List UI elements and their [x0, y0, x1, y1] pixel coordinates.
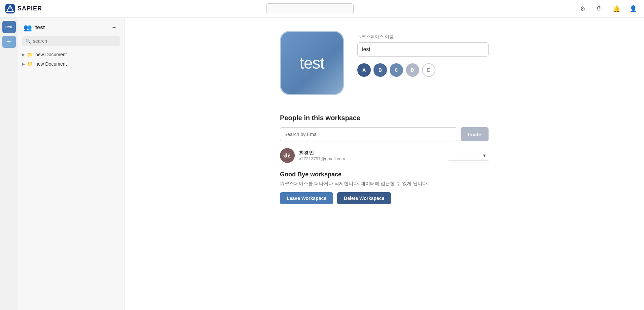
header-search-input[interactable]	[266, 3, 354, 14]
main-content: test 워크스페이스 이름 ABCDE People in this work…	[124, 18, 644, 310]
avatar: 경인	[280, 148, 295, 163]
doc-name: new Document	[35, 61, 114, 67]
history-icon: ⏱	[597, 5, 603, 12]
chevron-down-icon: ▶	[22, 62, 25, 66]
workspace-strip: test +	[0, 18, 18, 310]
user-icon: 👤	[630, 5, 637, 12]
goodbye-description: 워크스페이스를 떠나거나 삭제합니다. 데이터에 접근할 수 없게 됩니다.	[280, 181, 489, 187]
member-avatar-circle[interactable]: A	[357, 63, 371, 77]
sapier-logo-icon	[5, 4, 15, 13]
sidebar-workspace-name: test	[35, 25, 45, 31]
email-search-input[interactable]	[280, 127, 457, 141]
chevron-down-icon: ▾	[483, 152, 486, 159]
workspace-form: 워크스페이스 이름 ABCDE	[357, 31, 489, 77]
doc-name: new Document	[35, 52, 114, 57]
workspace-settings: test 워크스페이스 이름 ABCDE People in this work…	[280, 31, 489, 204]
sidebar-header: 👥 test +	[18, 22, 124, 36]
workspace-top-section: test 워크스페이스 이름 ABCDE	[280, 31, 489, 95]
chevron-down-icon: ▶	[22, 53, 25, 57]
user-profile-button[interactable]: 👤	[628, 3, 639, 14]
list-item[interactable]: ▶ 📁 new Document ▭	[18, 59, 124, 69]
goodbye-title: Good Bye workspace	[280, 171, 489, 178]
workspace-name-input[interactable]	[357, 42, 489, 57]
member-role-button[interactable]: ▾	[478, 151, 489, 160]
member-avatars: ABCDE	[357, 63, 489, 77]
add-workspace-button[interactable]: +	[2, 36, 16, 48]
divider	[280, 106, 489, 106]
history-button[interactable]: ⏱	[594, 3, 605, 14]
folder-icon: 📁	[27, 52, 33, 57]
folder-icon: 📁	[27, 61, 33, 67]
list-item[interactable]: ▶ 📁 new Document ▭	[18, 50, 124, 59]
settings-button[interactable]: ⚙	[577, 3, 588, 14]
search-icon: 🔍	[26, 39, 31, 44]
notifications-button[interactable]: 🔔	[611, 3, 622, 14]
svg-point-2	[9, 7, 11, 9]
member-row: 경인 최경인 a27313797@gmail.com ▾	[280, 148, 489, 163]
goodbye-actions: Leave Workspace Delete Workspace	[280, 192, 489, 204]
header-icons: ⚙ ⏱ 🔔 👤	[577, 3, 639, 14]
logo-text: SAPIER	[17, 5, 42, 12]
workspace-avatar-text: test	[299, 54, 324, 72]
sidebar-search-container: 🔍	[22, 36, 120, 46]
member-avatar-circle[interactable]: D	[406, 63, 419, 77]
leave-workspace-button[interactable]: Leave Workspace	[280, 192, 333, 204]
delete-workspace-button[interactable]: Delete Workspace	[337, 192, 391, 204]
member-name: 최경인	[299, 150, 474, 156]
invite-row: Invite	[280, 127, 489, 141]
member-role-container: ▾	[478, 151, 489, 160]
workspace-avatar: test	[280, 31, 344, 95]
role-dropdown	[448, 160, 489, 161]
member-avatar-circle[interactable]: E	[422, 63, 435, 77]
member-info: 최경인 a27313797@gmail.com	[299, 150, 474, 161]
member-avatar-circle[interactable]: B	[373, 63, 387, 77]
sidebar: 👥 test + 🔍 ▶ 📁 new Document ▭ ▶ 📁 new Do…	[18, 18, 124, 310]
people-section-title: People in this workspace	[280, 114, 489, 122]
sidebar-add-button[interactable]: +	[109, 23, 119, 32]
workspace-avatar-container: test	[280, 31, 344, 95]
bell-icon: 🔔	[613, 5, 620, 12]
header: SAPIER ⚙ ⏱ 🔔 👤	[0, 0, 644, 18]
gear-icon: ⚙	[580, 5, 585, 12]
workspace-name-label: 워크스페이스 이름	[357, 34, 489, 40]
sidebar-header-left: 👥 test	[24, 24, 45, 32]
main-layout: test + 👥 test + 🔍 ▶ 📁 new Document ▭ ▶ 📁…	[0, 18, 644, 310]
workspace-tab[interactable]: test	[2, 21, 16, 33]
sidebar-search-input[interactable]	[33, 38, 117, 44]
invite-button[interactable]: Invite	[461, 127, 489, 141]
member-avatar-circle[interactable]: C	[390, 63, 403, 77]
logo-container: SAPIER	[5, 4, 42, 13]
goodbye-section: Good Bye workspace 워크스페이스를 떠나거나 삭제합니다. 데…	[280, 171, 489, 204]
people-icon: 👥	[24, 24, 32, 32]
